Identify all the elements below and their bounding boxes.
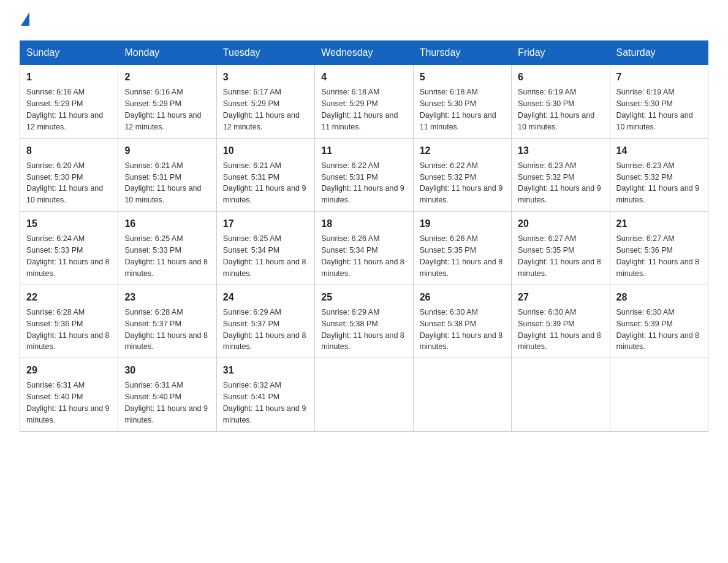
header-monday: Monday [118, 41, 216, 65]
day-info: Sunrise: 6:26 AMSunset: 5:35 PMDaylight:… [420, 234, 503, 278]
day-number: 5 [420, 70, 505, 84]
day-cell: 25Sunrise: 6:29 AMSunset: 5:38 PMDayligh… [315, 285, 413, 358]
day-number: 10 [223, 144, 308, 158]
day-info: Sunrise: 6:32 AMSunset: 5:41 PMDaylight:… [223, 381, 306, 424]
day-number: 13 [518, 144, 603, 158]
day-number: 31 [223, 363, 308, 377]
logo [20, 15, 29, 28]
day-info: Sunrise: 6:17 AMSunset: 5:29 PMDaylight:… [223, 88, 300, 131]
day-cell [315, 358, 413, 432]
day-info: Sunrise: 6:22 AMSunset: 5:31 PMDaylight:… [321, 161, 404, 205]
day-info: Sunrise: 6:18 AMSunset: 5:29 PMDaylight:… [321, 88, 398, 131]
day-cell: 4Sunrise: 6:18 AMSunset: 5:29 PMDaylight… [315, 65, 413, 139]
day-number: 14 [616, 144, 702, 158]
day-cell: 5Sunrise: 6:18 AMSunset: 5:30 PMDaylight… [413, 65, 511, 139]
day-cell: 31Sunrise: 6:32 AMSunset: 5:41 PMDayligh… [216, 358, 314, 432]
day-cell: 19Sunrise: 6:26 AMSunset: 5:35 PMDayligh… [413, 212, 511, 285]
day-info: Sunrise: 6:22 AMSunset: 5:32 PMDaylight:… [420, 161, 503, 205]
day-cell: 6Sunrise: 6:19 AMSunset: 5:30 PMDaylight… [512, 65, 610, 139]
header-row: SundayMondayTuesdayWednesdayThursdayFrid… [20, 41, 708, 65]
day-cell: 2Sunrise: 6:16 AMSunset: 5:29 PMDaylight… [118, 65, 216, 139]
logo-triangle-icon [21, 12, 29, 26]
day-number: 29 [26, 363, 112, 377]
day-info: Sunrise: 6:30 AMSunset: 5:39 PMDaylight:… [518, 308, 601, 351]
day-number: 27 [518, 290, 603, 304]
week-row-4: 22Sunrise: 6:28 AMSunset: 5:36 PMDayligh… [20, 285, 708, 358]
day-number: 20 [518, 216, 603, 231]
day-info: Sunrise: 6:30 AMSunset: 5:38 PMDaylight:… [420, 308, 503, 351]
week-row-1: 1Sunrise: 6:16 AMSunset: 5:29 PMDaylight… [20, 65, 708, 139]
day-number: 9 [124, 144, 210, 158]
day-info: Sunrise: 6:27 AMSunset: 5:36 PMDaylight:… [616, 234, 700, 278]
header-friday: Friday [512, 41, 610, 65]
day-info: Sunrise: 6:21 AMSunset: 5:31 PMDaylight:… [223, 161, 306, 205]
day-number: 1 [26, 70, 112, 84]
day-info: Sunrise: 6:23 AMSunset: 5:32 PMDaylight:… [616, 161, 700, 205]
day-info: Sunrise: 6:16 AMSunset: 5:29 PMDaylight:… [26, 88, 103, 131]
day-info: Sunrise: 6:26 AMSunset: 5:34 PMDaylight:… [321, 234, 404, 278]
day-cell: 28Sunrise: 6:30 AMSunset: 5:39 PMDayligh… [610, 285, 708, 358]
day-info: Sunrise: 6:27 AMSunset: 5:35 PMDaylight:… [518, 234, 601, 278]
day-number: 7 [616, 70, 702, 84]
day-number: 3 [223, 70, 308, 84]
day-number: 21 [616, 216, 702, 231]
day-cell [413, 358, 511, 432]
day-number: 19 [420, 216, 505, 231]
calendar-table: SundayMondayTuesdayWednesdayThursdayFrid… [20, 40, 708, 432]
day-info: Sunrise: 6:19 AMSunset: 5:30 PMDaylight:… [518, 88, 594, 131]
day-cell: 17Sunrise: 6:25 AMSunset: 5:34 PMDayligh… [216, 212, 314, 285]
day-number: 4 [321, 70, 406, 84]
day-cell: 12Sunrise: 6:22 AMSunset: 5:32 PMDayligh… [413, 138, 511, 212]
day-cell: 23Sunrise: 6:28 AMSunset: 5:37 PMDayligh… [118, 285, 216, 358]
day-cell: 15Sunrise: 6:24 AMSunset: 5:33 PMDayligh… [20, 212, 118, 285]
day-info: Sunrise: 6:29 AMSunset: 5:38 PMDaylight:… [321, 308, 404, 351]
day-info: Sunrise: 6:28 AMSunset: 5:36 PMDaylight:… [26, 308, 110, 351]
day-info: Sunrise: 6:20 AMSunset: 5:30 PMDaylight:… [26, 161, 103, 205]
day-cell: 20Sunrise: 6:27 AMSunset: 5:35 PMDayligh… [512, 212, 610, 285]
week-row-2: 8Sunrise: 6:20 AMSunset: 5:30 PMDaylight… [20, 138, 708, 212]
day-cell: 18Sunrise: 6:26 AMSunset: 5:34 PMDayligh… [315, 212, 413, 285]
day-cell: 8Sunrise: 6:20 AMSunset: 5:30 PMDaylight… [20, 138, 118, 212]
day-number: 12 [420, 144, 505, 158]
day-number: 24 [223, 290, 308, 304]
day-info: Sunrise: 6:24 AMSunset: 5:33 PMDaylight:… [26, 234, 110, 278]
day-number: 30 [124, 363, 210, 377]
day-info: Sunrise: 6:31 AMSunset: 5:40 PMDaylight:… [26, 381, 110, 424]
page-header [20, 15, 708, 28]
header-thursday: Thursday [413, 41, 511, 65]
day-info: Sunrise: 6:16 AMSunset: 5:29 PMDaylight:… [124, 88, 201, 131]
day-number: 23 [124, 290, 210, 304]
day-number: 22 [26, 290, 112, 304]
day-info: Sunrise: 6:19 AMSunset: 5:30 PMDaylight:… [616, 88, 693, 131]
day-cell: 13Sunrise: 6:23 AMSunset: 5:32 PMDayligh… [512, 138, 610, 212]
day-cell: 30Sunrise: 6:31 AMSunset: 5:40 PMDayligh… [118, 358, 216, 432]
day-cell: 24Sunrise: 6:29 AMSunset: 5:37 PMDayligh… [216, 285, 314, 358]
header-saturday: Saturday [610, 41, 708, 65]
day-cell: 26Sunrise: 6:30 AMSunset: 5:38 PMDayligh… [413, 285, 511, 358]
day-cell [610, 358, 708, 432]
day-cell: 9Sunrise: 6:21 AMSunset: 5:31 PMDaylight… [118, 138, 216, 212]
day-info: Sunrise: 6:18 AMSunset: 5:30 PMDaylight:… [420, 88, 496, 131]
day-cell: 16Sunrise: 6:25 AMSunset: 5:33 PMDayligh… [118, 212, 216, 285]
day-number: 18 [321, 216, 406, 231]
day-number: 25 [321, 290, 406, 304]
day-number: 26 [420, 290, 505, 304]
day-cell: 10Sunrise: 6:21 AMSunset: 5:31 PMDayligh… [216, 138, 314, 212]
day-number: 17 [223, 216, 308, 231]
day-info: Sunrise: 6:21 AMSunset: 5:31 PMDaylight:… [124, 161, 201, 205]
header-sunday: Sunday [20, 41, 118, 65]
week-row-3: 15Sunrise: 6:24 AMSunset: 5:33 PMDayligh… [20, 212, 708, 285]
week-row-5: 29Sunrise: 6:31 AMSunset: 5:40 PMDayligh… [20, 358, 708, 432]
day-number: 15 [26, 216, 112, 231]
day-cell: 7Sunrise: 6:19 AMSunset: 5:30 PMDaylight… [610, 65, 708, 139]
day-cell [512, 358, 610, 432]
day-cell: 1Sunrise: 6:16 AMSunset: 5:29 PMDaylight… [20, 65, 118, 139]
day-number: 16 [124, 216, 210, 231]
day-cell: 22Sunrise: 6:28 AMSunset: 5:36 PMDayligh… [20, 285, 118, 358]
header-wednesday: Wednesday [315, 41, 413, 65]
day-cell: 29Sunrise: 6:31 AMSunset: 5:40 PMDayligh… [20, 358, 118, 432]
day-cell: 14Sunrise: 6:23 AMSunset: 5:32 PMDayligh… [610, 138, 708, 212]
day-info: Sunrise: 6:31 AMSunset: 5:40 PMDaylight:… [124, 381, 208, 424]
header-tuesday: Tuesday [216, 41, 314, 65]
day-cell: 21Sunrise: 6:27 AMSunset: 5:36 PMDayligh… [610, 212, 708, 285]
